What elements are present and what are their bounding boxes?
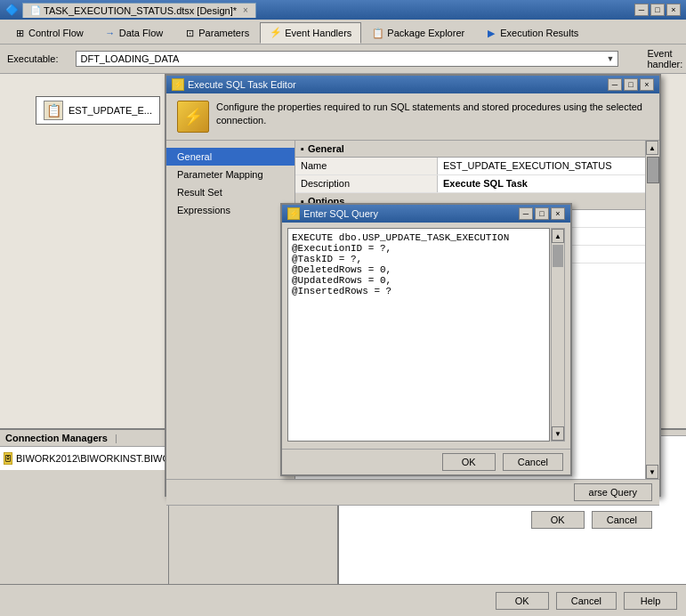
title-tabs: 📄 TASK_EXECUTION_STATUS.dtsx [Design]* × [22, 3, 256, 18]
collapse-icon: ▪ [301, 143, 304, 154]
main-cancel-button[interactable]: Cancel [556, 592, 617, 610]
tab-execution-results[interactable]: ▶ Execution Results [475, 22, 588, 44]
dialog-scrollbar[interactable]: ▲ ▼ [645, 141, 659, 479]
execute-sql-dialog-title: Execute SQL Task Editor [188, 79, 296, 90]
sql-dialog-icon: ⚡ [287, 207, 300, 220]
control-flow-icon: ⊞ [13, 27, 26, 39]
dialog-title-left: ⚡ Execute SQL Task Editor [172, 78, 296, 91]
data-flow-icon: → [104, 27, 117, 39]
tab-close-icon[interactable]: × [243, 5, 248, 15]
nav-general[interactable]: General [166, 148, 295, 166]
dialog-info-text: Configure the properties required to run… [216, 101, 649, 128]
nav-result-set[interactable]: Result Set [166, 183, 295, 201]
execute-sql-cancel-button[interactable]: Cancel [592, 511, 652, 529]
sql-dialog-title: Enter SQL Query [303, 208, 378, 219]
sql-scroll-thumb[interactable] [553, 245, 563, 267]
main-help-button[interactable]: Help [624, 592, 677, 610]
dialog-info: ⚡ Configure the properties required to r… [166, 93, 659, 141]
scroll-down-btn[interactable]: ▼ [646, 465, 658, 479]
sql-dialog-maximize-btn[interactable]: □ [535, 207, 549, 220]
canvas: 📋 EST_UPDATE_E... ⚡ Execute SQL Task Edi… [0, 74, 686, 428]
tab-event-handlers[interactable]: ⚡ Event Handlers [260, 22, 361, 44]
conn-item-label: BIWORK2012\BIWORKINST.BIWO [16, 453, 168, 464]
dialog-win-btns: ─ □ × [608, 78, 654, 91]
execution-results-icon: ▶ [485, 27, 497, 39]
conn-item[interactable]: 🗄 BIWORK2012\BIWORKINST.BIWO [4, 450, 165, 466]
parse-query-area: arse Query [166, 479, 659, 505]
minimize-button[interactable]: ─ [634, 4, 649, 16]
conn-managers-content: 🗄 BIWORK2012\BIWORKINST.BIWO [0, 447, 168, 470]
conn-managers-title: Connection Managers | [0, 430, 168, 447]
task-icon: 📋 [44, 101, 63, 120]
execute-sql-dialog-footer: OK Cancel [166, 505, 659, 534]
sql-scroll-down[interactable]: ▼ [552, 426, 564, 441]
main-layout: 🔷 📄 TASK_EXECUTION_STATUS.dtsx [Design]*… [0, 0, 686, 616]
main-ok-button[interactable]: OK [496, 592, 549, 610]
executable-combo[interactable]: DFT_LOADING_DATA ▼ [76, 51, 618, 67]
title-bar: 🔷 📄 TASK_EXECUTION_STATUS.dtsx [Design]*… [0, 0, 686, 20]
general-section-header: ▪ General [295, 141, 659, 158]
tab-event-handlers-label: Event Handlers [285, 28, 351, 38]
nav-expressions[interactable]: Expressions [166, 201, 295, 219]
conn-db-icon: 🗄 [4, 452, 12, 465]
parameters-icon: ⊡ [183, 27, 196, 39]
app-icon: 🔷 [5, 4, 19, 16]
executable-arrow-icon: ▼ [607, 54, 615, 63]
tab-parameters-label: Parameters [198, 28, 249, 38]
connection-managers-panel: Connection Managers | 🗄 BIWORK2012\BIWOR… [0, 430, 169, 584]
task-box[interactable]: 📋 EST_UPDATE_E... [36, 96, 160, 125]
main-footer: OK Cancel Help [0, 584, 686, 616]
sql-cancel-button[interactable]: Cancel [503, 453, 563, 471]
sql-dialog-body: ▲ ▼ [282, 223, 570, 449]
sql-editor-container: ▲ ▼ [287, 228, 565, 443]
title-tab-active[interactable]: 📄 TASK_EXECUTION_STATUS.dtsx [Design]* × [22, 3, 256, 18]
maximize-button[interactable]: □ [650, 4, 665, 16]
tab-title: TASK_EXECUTION_STATUS.dtsx [Design]* [44, 5, 237, 16]
tab-control-flow-label: Control Flow [28, 28, 84, 38]
dialog-minimize-button[interactable]: ─ [608, 78, 622, 91]
sql-dialog-close-btn[interactable]: × [551, 207, 565, 220]
general-section-label: General [308, 143, 344, 154]
dialog-title-icon: ⚡ [172, 78, 184, 91]
nav-result-label: Result Set [177, 187, 222, 198]
execute-sql-dialog-title-bar: ⚡ Execute SQL Task Editor ─ □ × [166, 76, 659, 93]
dialog-maximize-button[interactable]: □ [624, 78, 638, 91]
tab-parameters[interactable]: ⊡ Parameters [174, 22, 259, 44]
event-handlers-icon: ⚡ [270, 27, 282, 39]
tab-package-explorer-label: Package Explorer [387, 28, 464, 38]
scroll-thumb[interactable] [647, 157, 659, 183]
sql-editor[interactable] [287, 228, 550, 442]
dialog-close-button[interactable]: × [640, 78, 654, 91]
executable-dropdown[interactable]: DFT_LOADING_DATA ▼ [76, 51, 618, 67]
nav-param-label: Parameter Mapping [177, 169, 263, 180]
execute-sql-ok-button[interactable]: OK [531, 511, 585, 529]
tab-data-flow[interactable]: → Data Flow [94, 22, 174, 44]
tab-execution-results-label: Execution Results [500, 28, 578, 38]
sql-dialog-title-bar: ⚡ Enter SQL Query ─ □ × [282, 205, 570, 223]
prop-row-name: Name EST_UPDATE_EXECUTION_STATUS [295, 158, 659, 175]
sql-dialog-minimize-btn[interactable]: ─ [519, 207, 533, 220]
sql-query-dialog: ⚡ Enter SQL Query ─ □ × ▲ [280, 203, 572, 476]
nav-parameter-mapping[interactable]: Parameter Mapping [166, 166, 295, 183]
parse-query-button[interactable]: arse Query [574, 483, 652, 501]
tab-icon: 📄 [30, 5, 41, 15]
canvas-area: 📋 EST_UPDATE_E... ⚡ Execute SQL Task Edi… [0, 74, 686, 584]
tab-control-flow[interactable]: ⊞ Control Flow [4, 22, 93, 44]
header-area: Executable: DFT_LOADING_DATA ▼ Event han… [0, 45, 686, 74]
scroll-up-btn[interactable]: ▲ [646, 141, 658, 155]
executable-label: Executable: [7, 53, 58, 64]
conn-managers-title-text: Connection Managers [5, 433, 108, 443]
prop-desc-label: Description [295, 175, 438, 192]
tab-package-explorer[interactable]: 📋 Package Explorer [362, 22, 474, 44]
sql-dialog-title-left: ⚡ Enter SQL Query [287, 207, 378, 220]
executable-value: DFT_LOADING_DATA [80, 53, 179, 64]
sql-scroll-up[interactable]: ▲ [552, 229, 564, 243]
nav-expr-label: Expressions [177, 205, 230, 215]
sql-dialog-win-btns: ─ □ × [519, 207, 565, 220]
sql-scrollbar[interactable]: ▲ ▼ [551, 228, 565, 442]
sql-ok-button[interactable]: OK [442, 453, 496, 471]
handler-label: Event handler: [647, 48, 682, 69]
conn-separator: | [115, 433, 117, 443]
info-icon: ⚡ [177, 101, 209, 133]
close-button[interactable]: × [666, 4, 681, 16]
